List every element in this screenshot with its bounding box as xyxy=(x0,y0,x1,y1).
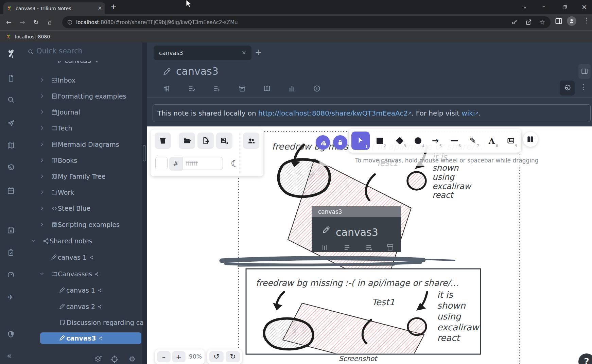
launcher-send-icon[interactable] xyxy=(6,119,15,127)
embedded-screenshot-card[interactable]: canvas3 canvas3 xyxy=(312,206,401,252)
tree-item-canvas-2[interactable]: canvas 2 xyxy=(21,301,145,312)
tree-item-books[interactable]: Books xyxy=(21,155,145,166)
chevron-right-icon[interactable] xyxy=(39,173,45,179)
share-url-link[interactable]: http://localhost:8080/share/kwQT3mEeaAc2 xyxy=(258,109,408,117)
window-minimize-button[interactable]: – xyxy=(542,3,545,9)
ribbon-list-check-icon[interactable] xyxy=(188,84,196,92)
background-color-input[interactable] xyxy=(182,157,223,170)
clear-canvas-button[interactable] xyxy=(155,133,171,149)
tree-footer-crosshair-icon[interactable] xyxy=(110,355,119,363)
ribbon-book-open-icon[interactable] xyxy=(263,84,271,92)
ribbon-chart-icon[interactable] xyxy=(288,84,296,92)
lock-tool-button[interactable] xyxy=(333,135,347,150)
export-image-button[interactable] xyxy=(216,133,232,149)
site-info-icon[interactable] xyxy=(67,19,73,25)
ribbon-archive-icon[interactable] xyxy=(238,84,246,92)
launcher-clipboard-icon[interactable] xyxy=(6,248,15,257)
tree-item-journal[interactable]: Journal xyxy=(21,106,145,118)
tree-item-formatting-examples[interactable]: Formatting examples xyxy=(21,90,145,102)
launcher-search-icon[interactable] xyxy=(6,95,15,104)
zoom-out-button[interactable]: – xyxy=(157,351,171,362)
chevron-right-icon[interactable] xyxy=(39,125,45,131)
key-icon[interactable] xyxy=(511,19,518,25)
tree-item-mermaid-diagrams[interactable]: Mermaid Diagrams xyxy=(21,139,145,150)
ribbon-list-plus-icon[interactable] xyxy=(213,84,221,92)
upper-red-circle[interactable] xyxy=(407,172,426,190)
bookmark-item[interactable]: localhost:8080 xyxy=(15,34,50,39)
tree-item-canvas-1[interactable]: canvas 1 xyxy=(21,252,145,263)
window-restore-button[interactable] xyxy=(562,4,568,10)
share-icon[interactable] xyxy=(525,19,532,25)
upper-side-line[interactable]: excaliraw xyxy=(432,181,472,191)
right-pane-toggle-button[interactable] xyxy=(578,64,591,79)
launcher-calendar-icon[interactable] xyxy=(6,186,15,195)
tab-close-icon[interactable]: × xyxy=(98,6,102,11)
undo-button[interactable]: ↺ xyxy=(209,351,224,362)
side-panel-icon[interactable] xyxy=(555,17,563,25)
tree-item-my-family-tree[interactable]: My Family Tree xyxy=(21,171,145,182)
tree-item-work[interactable]: Work xyxy=(21,187,145,198)
upper-side-line[interactable]: using xyxy=(432,172,455,182)
tree-item-scripting-examples[interactable]: Scripting examples xyxy=(21,219,145,230)
launcher-map-icon[interactable] xyxy=(6,141,15,150)
tool-selection-active[interactable]: 1 xyxy=(351,132,370,150)
browser-tab[interactable]: canvas3 - Trilium Notes × xyxy=(3,2,105,14)
add-note-tab-button[interactable]: + xyxy=(255,48,262,56)
chevron-right-icon[interactable] xyxy=(39,93,45,99)
tree-item-canvas3[interactable]: canvas3 xyxy=(40,332,141,344)
tree-item-canvasses[interactable]: Canvasses xyxy=(21,268,145,280)
tree-item-discussion-regarding-ca[interactable]: Discussion regarding ca xyxy=(21,317,145,328)
redo-button[interactable]: ↻ xyxy=(226,351,240,362)
launcher-calendar-star-icon[interactable] xyxy=(6,226,15,234)
window-close-button[interactable]: × xyxy=(581,3,587,10)
note-tab-close-icon[interactable]: × xyxy=(242,50,246,55)
chevron-right-icon[interactable] xyxy=(39,189,45,195)
launcher-file-icon[interactable] xyxy=(6,74,15,82)
collapse-tree-icon[interactable]: « xyxy=(7,352,12,360)
chevron-right-icon[interactable] xyxy=(39,205,45,211)
ribbon-tune-icon[interactable] xyxy=(162,84,171,92)
tree-item-steel-blue[interactable]: Steel Blue xyxy=(21,203,145,214)
collaboration-button[interactable] xyxy=(243,133,259,149)
zoom-level[interactable]: 90% xyxy=(188,351,203,362)
launcher-gauge-icon[interactable] xyxy=(6,270,15,279)
dark-mode-moon-icon[interactable]: ☾ xyxy=(229,158,240,169)
note-revisions-button[interactable] xyxy=(560,81,575,96)
ribbon-info-icon[interactable] xyxy=(313,84,321,92)
search-input[interactable] xyxy=(36,47,136,55)
drawing-lower[interactable]: freedraw bg missing :-( in api/image or … xyxy=(246,269,481,364)
tree-item-tech[interactable]: Tech xyxy=(21,122,145,134)
tree-item-shared-notes[interactable]: Shared notes xyxy=(21,235,145,247)
forward-icon[interactable]: → xyxy=(16,19,29,25)
upper-side-line[interactable]: react xyxy=(432,190,454,200)
launcher-shield-icon[interactable] xyxy=(6,330,15,339)
tree-item-inbox[interactable]: Inbox xyxy=(21,74,145,86)
wiki-link[interactable]: wiki xyxy=(462,109,475,117)
tree-footer-gear-icon[interactable]: ⚙ xyxy=(128,355,136,363)
export-file-button[interactable] xyxy=(197,133,214,149)
note-title[interactable]: canvas3 xyxy=(176,65,219,77)
avatar[interactable] xyxy=(567,16,576,26)
note-tab[interactable]: canvas3 × xyxy=(154,46,251,60)
launcher-history-icon[interactable] xyxy=(6,163,15,172)
new-tab-button[interactable]: + xyxy=(110,3,117,11)
launcher-plane-icon[interactable]: ✈ xyxy=(6,293,15,301)
chevron-down-icon[interactable] xyxy=(31,238,37,244)
note-menu-dots-icon[interactable]: ⋮ xyxy=(580,84,587,91)
canvas-color-swatch[interactable] xyxy=(155,157,168,169)
chevron-right-icon[interactable] xyxy=(39,141,45,147)
tree-item-canvas-1[interactable]: canvas 1 xyxy=(21,284,145,296)
chevron-down-icon[interactable] xyxy=(39,271,45,277)
chevron-right-icon[interactable] xyxy=(39,157,45,163)
bookmark-star-icon[interactable]: ☆ xyxy=(539,19,545,25)
back-icon[interactable]: ← xyxy=(2,19,16,25)
library-button[interactable] xyxy=(523,132,538,147)
chevron-right-icon[interactable] xyxy=(39,222,45,227)
home-icon[interactable]: ⌂ xyxy=(43,19,56,25)
browser-menu-dots-icon[interactable]: ⋮ xyxy=(583,18,589,24)
tab-search-chevron-icon[interactable]: ⌄ xyxy=(523,4,527,10)
zoom-in-button[interactable]: + xyxy=(172,351,186,362)
url-bar[interactable]: localhost:8080/#root/share/TFjC9bJj96ig/… xyxy=(62,16,551,28)
chevron-right-icon[interactable] xyxy=(39,109,45,115)
tree-footer-layers-icon[interactable] xyxy=(93,355,102,363)
